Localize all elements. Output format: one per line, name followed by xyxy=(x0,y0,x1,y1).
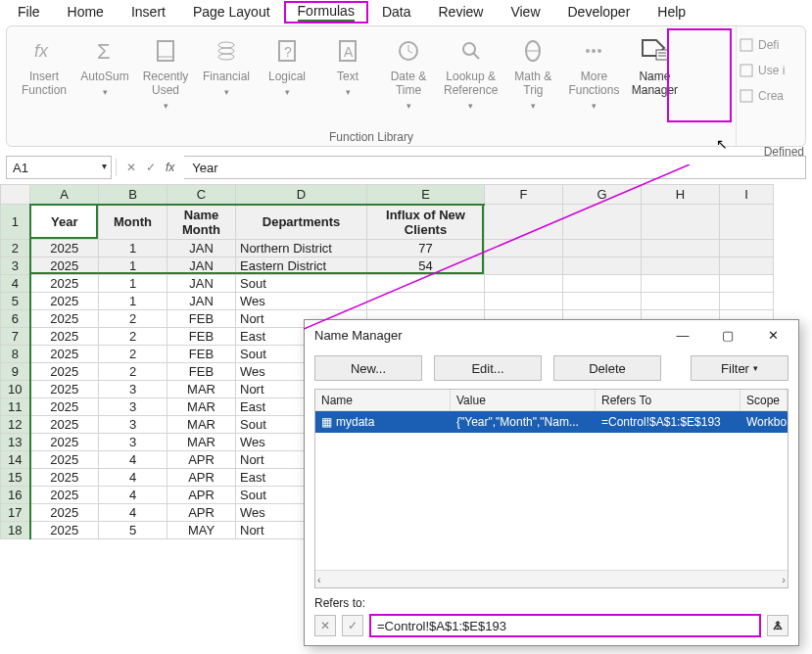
col-header-F[interactable]: F xyxy=(485,185,563,205)
cell-D1[interactable]: Departments xyxy=(236,205,367,240)
cell-D5[interactable]: Wes xyxy=(236,293,367,310)
cell-C7[interactable]: FEB xyxy=(167,328,236,346)
cell-F4[interactable] xyxy=(485,275,563,293)
cell-B17[interactable]: 4 xyxy=(99,504,167,522)
col-header-G[interactable]: G xyxy=(563,185,642,205)
cell-B18[interactable]: 5 xyxy=(99,522,167,539)
col-header-D[interactable]: D xyxy=(236,185,367,205)
row-header-17[interactable]: 17 xyxy=(1,504,30,522)
cell-A9[interactable]: 2025 xyxy=(30,363,99,381)
cell-B4[interactable]: 1 xyxy=(99,275,167,293)
cell-D4[interactable]: Sout xyxy=(236,275,367,293)
horizontal-scrollbar[interactable]: ‹ › xyxy=(315,570,788,587)
cell-A1[interactable]: Year xyxy=(30,205,99,240)
new-button[interactable]: New... xyxy=(314,355,422,381)
cell-B7[interactable]: 2 xyxy=(99,328,167,346)
cell-E4[interactable] xyxy=(367,275,485,293)
col-header-E[interactable]: E xyxy=(367,185,485,205)
ribbon-financial-button[interactable]: Financial▾ xyxy=(197,32,256,126)
row-header-14[interactable]: 14 xyxy=(1,451,30,469)
scroll-right-icon[interactable]: › xyxy=(782,574,786,585)
cell-D2[interactable]: Northern District xyxy=(236,240,367,257)
col-header-C[interactable]: C xyxy=(167,185,236,205)
ribbon-math-trig-button[interactable]: Math & Trig▾ xyxy=(503,32,562,126)
cell-I4[interactable] xyxy=(720,275,774,293)
scroll-left-icon[interactable]: ‹ xyxy=(317,574,321,585)
cell-B2[interactable]: 1 xyxy=(99,240,167,257)
cell-C5[interactable]: JAN xyxy=(167,293,236,310)
collapse-dialog-button[interactable]: ↥ xyxy=(767,615,788,636)
fx-icon[interactable]: fx xyxy=(166,161,174,174)
menu-developer[interactable]: Developer xyxy=(554,2,645,22)
col-value[interactable]: Value xyxy=(451,390,596,410)
cell-C16[interactable]: APR xyxy=(167,487,236,504)
cell-F1[interactable] xyxy=(485,205,563,240)
cell-A18[interactable]: 2025 xyxy=(30,522,99,539)
cell-C15[interactable]: APR xyxy=(167,469,236,487)
cell-B15[interactable]: 4 xyxy=(99,469,167,487)
cell-H4[interactable] xyxy=(642,275,720,293)
cell-A3[interactable]: 2025 xyxy=(30,257,99,275)
enter-icon[interactable]: ✓ xyxy=(146,161,156,174)
cell-C12[interactable]: MAR xyxy=(167,416,236,434)
cell-B9[interactable]: 2 xyxy=(99,363,167,381)
col-header-I[interactable]: I xyxy=(720,185,774,205)
select-all-cell[interactable] xyxy=(1,185,30,205)
cell-A16[interactable]: 2025 xyxy=(30,487,99,504)
cell-F3[interactable] xyxy=(485,257,563,275)
cell-A17[interactable]: 2025 xyxy=(30,504,99,522)
cell-C9[interactable]: FEB xyxy=(167,363,236,381)
cell-H2[interactable] xyxy=(642,240,720,257)
cell-C10[interactable]: MAR xyxy=(167,381,236,398)
row-header-7[interactable]: 7 xyxy=(1,328,30,346)
row-header-2[interactable]: 2 xyxy=(1,240,30,257)
maximize-button[interactable]: ▢ xyxy=(706,322,749,348)
close-button[interactable]: ✕ xyxy=(751,322,794,348)
cell-C6[interactable]: FEB xyxy=(167,310,236,328)
col-header-B[interactable]: B xyxy=(99,185,167,205)
cell-F5[interactable] xyxy=(485,293,563,310)
names-list[interactable]: Name Value Refers To Scope ▦mydata {"Yea… xyxy=(314,389,788,588)
cell-E1[interactable]: Influx of New Clients xyxy=(367,205,485,240)
edit-button[interactable]: Edit... xyxy=(434,355,542,381)
menu-help[interactable]: Help xyxy=(644,2,699,22)
menu-data[interactable]: Data xyxy=(368,2,425,22)
row-header-15[interactable]: 15 xyxy=(1,469,30,487)
cell-H3[interactable] xyxy=(642,257,720,275)
row-header-8[interactable]: 8 xyxy=(1,346,30,363)
ribbon-logical-button[interactable]: ?Logical▾ xyxy=(258,32,316,126)
cell-A7[interactable]: 2025 xyxy=(30,328,99,346)
cell-C11[interactable]: MAR xyxy=(167,398,236,416)
cell-G4[interactable] xyxy=(563,275,642,293)
col-scope[interactable]: Scope xyxy=(740,390,788,410)
cell-A13[interactable]: 2025 xyxy=(30,434,99,451)
ribbon-insert-function-button[interactable]: fxInsert Function xyxy=(15,32,73,126)
row-header-10[interactable]: 10 xyxy=(1,381,30,398)
menu-file[interactable]: File xyxy=(4,2,54,22)
ribbon-autosum-button[interactable]: ΣAutoSum▾ xyxy=(75,32,134,126)
cell-B13[interactable]: 3 xyxy=(99,434,167,451)
cell-H5[interactable] xyxy=(642,293,720,310)
delete-button[interactable]: Delete xyxy=(553,355,661,381)
menu-view[interactable]: View xyxy=(497,2,553,22)
cell-B3[interactable]: 1 xyxy=(99,257,167,275)
cell-C13[interactable]: MAR xyxy=(167,434,236,451)
cell-B8[interactable]: 2 xyxy=(99,346,167,363)
refers-to-input[interactable]: =Control!$A$1:$E$193 xyxy=(369,614,761,637)
ribbon-side-defi[interactable]: Defi xyxy=(739,32,803,58)
cell-A14[interactable]: 2025 xyxy=(30,451,99,469)
row-header-13[interactable]: 13 xyxy=(1,434,30,451)
cell-C2[interactable]: JAN xyxy=(167,240,236,257)
cell-E3[interactable]: 54 xyxy=(367,257,485,275)
cell-G2[interactable] xyxy=(563,240,642,257)
row-header-12[interactable]: 12 xyxy=(1,416,30,434)
name-box[interactable]: A1 ▾ xyxy=(6,156,112,179)
row-header-4[interactable]: 4 xyxy=(1,275,30,293)
refers-accept-button[interactable]: ✓ xyxy=(342,615,363,636)
menu-page-layout[interactable]: Page Layout xyxy=(179,2,284,22)
cell-I1[interactable] xyxy=(720,205,774,240)
names-list-row[interactable]: ▦mydata {"Year","Month","Nam... =Control… xyxy=(315,411,788,433)
cell-A12[interactable]: 2025 xyxy=(30,416,99,434)
cell-A5[interactable]: 2025 xyxy=(30,293,99,310)
cell-A4[interactable]: 2025 xyxy=(30,275,99,293)
